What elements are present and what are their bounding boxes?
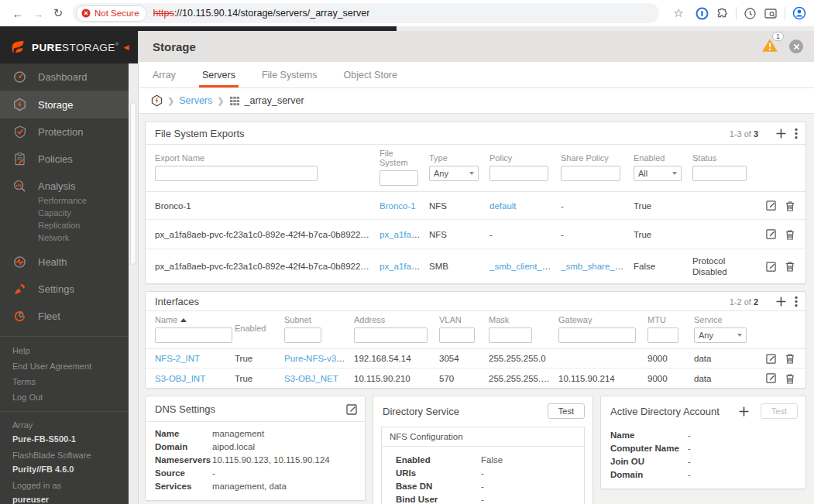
scrollbar-thumb[interactable] bbox=[130, 102, 136, 265]
directory-service-panel: Directory Service Test NFS Configuration… bbox=[373, 396, 593, 504]
test-button[interactable]: Test bbox=[761, 403, 798, 419]
back-icon[interactable]: ← bbox=[8, 3, 28, 23]
tab-file-systems[interactable]: File Systems bbox=[262, 62, 318, 87]
file-system-link[interactable]: px_a1fa8aeb-pvc... bbox=[380, 262, 429, 271]
vlan-value: 570 bbox=[439, 374, 489, 383]
delete-icon[interactable] bbox=[785, 353, 795, 364]
sidebar-scrollbar[interactable] bbox=[129, 63, 138, 504]
subnet-link[interactable]: S3-OBJ_NET bbox=[284, 374, 338, 383]
reload-icon[interactable]: ↻ bbox=[48, 3, 68, 23]
policy-filter-input[interactable] bbox=[489, 166, 548, 181]
bookmark-star-icon[interactable]: ☆ bbox=[668, 3, 689, 23]
enabled-value: True bbox=[634, 230, 692, 239]
url-bar[interactable]: Not Secure https://10.115.90.14/storage/… bbox=[73, 3, 659, 23]
delete-icon[interactable] bbox=[785, 261, 795, 272]
subnet-link[interactable]: Pure-NFS-v3054 bbox=[284, 354, 351, 363]
extensions-puzzle-icon[interactable] bbox=[716, 7, 729, 20]
chevron-down-icon bbox=[737, 334, 742, 337]
dns-field: Namemanagement bbox=[155, 427, 355, 440]
terms-link[interactable]: Terms bbox=[0, 374, 129, 389]
interface-name-link[interactable]: S3-OBJ_INT bbox=[155, 374, 205, 383]
column-header: Enabled bbox=[235, 324, 278, 333]
address-filter-input[interactable] bbox=[354, 327, 428, 343]
dashboard-gauge-icon bbox=[12, 70, 27, 84]
vlan-value: 3054 bbox=[439, 354, 489, 363]
sidebar: PURESTORAGE® ◀ Dashboard Stora bbox=[0, 31, 138, 504]
page: ← → ↻ Not Secure https://10.115.90.14/st… bbox=[0, 0, 814, 504]
profile-avatar-icon[interactable] bbox=[792, 6, 806, 20]
edit-icon[interactable] bbox=[766, 354, 776, 364]
export-row: px_a1fa8aeb-pvc-fc23a1c0-892e-42f4-b7ca-… bbox=[146, 220, 805, 249]
type-filter-select[interactable]: Any bbox=[429, 166, 479, 181]
policy-link[interactable]: default bbox=[489, 201, 517, 211]
panel-title: Directory Service bbox=[383, 406, 548, 417]
help-link[interactable]: Help bbox=[0, 343, 129, 358]
enabled-value: False bbox=[634, 262, 692, 271]
delete-icon[interactable] bbox=[785, 201, 795, 211]
edit-icon[interactable] bbox=[766, 229, 776, 239]
clipboard-pencil-icon bbox=[12, 153, 27, 166]
server-grid-icon bbox=[229, 96, 240, 106]
mask-filter-input[interactable] bbox=[489, 327, 532, 343]
sidebar-item-label: Policies bbox=[38, 153, 73, 165]
tab-servers[interactable]: Servers bbox=[202, 62, 235, 87]
sidebar-item-health[interactable]: Health bbox=[0, 249, 129, 276]
export-name-filter-input[interactable] bbox=[155, 166, 318, 181]
gateway-filter-input[interactable] bbox=[558, 327, 636, 343]
tab-array[interactable]: Array bbox=[153, 62, 176, 87]
breadcrumb-servers-link[interactable]: Servers bbox=[179, 95, 212, 106]
log-out-link[interactable]: Log Out bbox=[0, 389, 129, 405]
edit-icon[interactable] bbox=[346, 404, 357, 415]
enabled-filter-select[interactable]: All bbox=[634, 166, 682, 181]
file-system-link[interactable]: px_a1fa8aeb-pvc... bbox=[380, 230, 429, 239]
sidebar-item-storage[interactable]: Storage bbox=[0, 91, 129, 118]
kebab-menu-icon[interactable] bbox=[795, 296, 798, 307]
delete-icon[interactable] bbox=[785, 373, 795, 384]
vlan-filter-input[interactable] bbox=[439, 327, 475, 343]
sidebar-item-protection[interactable]: Protection bbox=[0, 118, 129, 146]
search-tabs-icon[interactable] bbox=[764, 7, 778, 20]
edit-icon[interactable] bbox=[766, 262, 776, 272]
sidebar-item-settings[interactable]: Settings bbox=[0, 276, 129, 303]
add-ad-account-button[interactable] bbox=[738, 406, 750, 417]
interface-name-link[interactable]: NFS-2_INT bbox=[155, 354, 200, 363]
policy-link[interactable]: _smb_client_all... bbox=[489, 262, 558, 271]
not-secure-badge[interactable]: Not Secure bbox=[76, 5, 147, 22]
test-button[interactable]: Test bbox=[548, 403, 585, 419]
sidebar-item-dashboard[interactable]: Dashboard bbox=[0, 63, 129, 91]
share-policy-filter-input[interactable] bbox=[561, 166, 620, 181]
file-system-filter-input[interactable] bbox=[380, 170, 418, 186]
add-export-button[interactable] bbox=[775, 128, 787, 139]
sidebar-subitem-performance[interactable]: Performance bbox=[0, 194, 129, 207]
end-user-agreement-link[interactable]: End User Agreement bbox=[0, 358, 129, 374]
name-filter-input[interactable] bbox=[155, 327, 232, 343]
tab-object-store[interactable]: Object Store bbox=[344, 62, 397, 87]
ad-field: Name- bbox=[610, 428, 796, 441]
kebab-menu-icon[interactable] bbox=[795, 128, 798, 139]
sidebar-subitem-replication[interactable]: Replication bbox=[0, 219, 129, 231]
sidebar-subitem-network[interactable]: Network bbox=[0, 231, 129, 249]
sidebar-item-policies[interactable]: Policies bbox=[0, 146, 129, 173]
browser-actions: ☆ bbox=[668, 3, 806, 23]
service-filter-select[interactable]: Any bbox=[694, 327, 747, 343]
forward-icon[interactable]: → bbox=[28, 3, 48, 23]
sort-asc-icon[interactable] bbox=[180, 318, 187, 322]
alerts-button[interactable]: 1 bbox=[761, 38, 778, 56]
edit-icon[interactable] bbox=[766, 201, 776, 211]
sidebar-item-fleet[interactable]: Fleet bbox=[0, 303, 129, 330]
edit-icon[interactable] bbox=[766, 373, 776, 383]
export-name: Bronco-1 bbox=[146, 201, 380, 211]
file-system-link[interactable]: Bronco-1 bbox=[380, 201, 416, 211]
sidebar-item-analysis[interactable]: Analysis bbox=[0, 173, 129, 194]
sidebar-subitem-capacity[interactable]: Capacity bbox=[0, 207, 129, 219]
share-policy-link[interactable]: _smb_share_allo... bbox=[561, 262, 634, 271]
subnet-filter-input[interactable] bbox=[284, 327, 321, 343]
extension-1password-icon[interactable] bbox=[696, 7, 709, 20]
add-interface-button[interactable] bbox=[775, 296, 787, 307]
close-icon[interactable] bbox=[789, 39, 803, 53]
history-icon[interactable] bbox=[744, 7, 757, 20]
delete-icon[interactable] bbox=[785, 229, 795, 240]
mtu-filter-input[interactable] bbox=[647, 327, 678, 343]
status-filter-input[interactable] bbox=[692, 166, 747, 181]
sidebar-collapse-icon[interactable]: ◀ bbox=[124, 43, 129, 51]
